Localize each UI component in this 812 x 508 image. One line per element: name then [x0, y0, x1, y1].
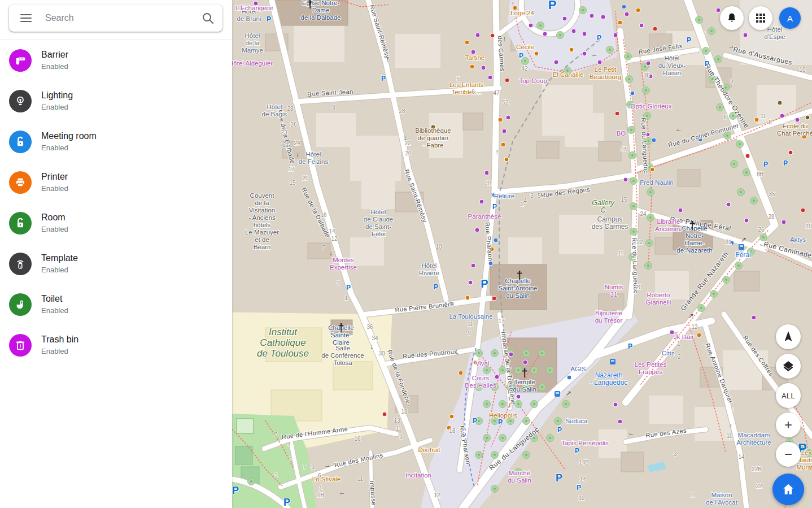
list-item-meeting-room[interactable]: Meeting room Enabled	[0, 121, 232, 162]
map-label: ←	[628, 429, 635, 437]
map-label: P	[577, 484, 581, 492]
map-label: 7	[303, 464, 306, 470]
map-label: ←	[448, 297, 455, 305]
map-label: ↑	[495, 148, 499, 156]
trash-icon	[9, 334, 32, 357]
map-label: 8	[769, 119, 772, 125]
map-label: 42	[521, 66, 528, 72]
avatar[interactable]: A	[779, 7, 801, 29]
map-label: Paranthèse	[468, 213, 501, 220]
map-label: 5	[538, 193, 541, 199]
list-item-trash-bin[interactable]: Trash bin Enabled	[0, 325, 232, 366]
list-item-template[interactable]: Template Enabled	[0, 244, 232, 284]
map-label: 6	[318, 472, 321, 479]
app-window: Types	[0, 0, 812, 508]
map-label: P	[548, 0, 557, 12]
item-label: Printer	[41, 171, 68, 183]
notifications-button[interactable]	[720, 6, 744, 30]
map-canvas[interactable]: Rue de la DalbadeRue de la DalbadeRue de…	[232, 0, 812, 508]
list-item-toilet[interactable]: Toilet Enabled	[0, 284, 232, 325]
map-label: 26	[758, 227, 765, 233]
map-label: 12	[578, 495, 585, 501]
item-label: Barrier	[41, 49, 68, 60]
layers-button[interactable]	[776, 354, 801, 379]
map-label: 36	[366, 324, 373, 330]
map-label: 10	[805, 223, 812, 229]
map-label: ↓	[403, 134, 407, 142]
list-item-lighting[interactable]: Lighting Enabled	[0, 81, 232, 121]
list-item-room[interactable]: Room Enabled	[0, 203, 232, 244]
map-label: 9	[399, 434, 403, 440]
map-label: 15	[621, 197, 627, 203]
all-layers-button[interactable]: ALL	[776, 383, 801, 408]
map-label: 13	[394, 418, 400, 424]
compass-arrow-icon	[781, 329, 796, 344]
map-label: 22	[756, 483, 762, 489]
search-bar[interactable]	[9, 5, 222, 32]
map-label: ↗	[688, 312, 694, 320]
item-status: Enabled	[41, 143, 97, 153]
map-label: El Canaille	[553, 71, 584, 78]
compass-button[interactable]	[776, 324, 801, 349]
map-label: AGIS	[570, 366, 586, 372]
zoom-in-button[interactable]: +	[776, 413, 801, 437]
map-label: †	[516, 269, 522, 281]
menu-icon[interactable]	[20, 14, 32, 22]
map-label: 3	[337, 280, 340, 286]
map-label: ↑	[729, 422, 732, 430]
map-label: †	[338, 322, 344, 334]
home-button[interactable]	[772, 474, 804, 505]
map-label: 35	[769, 191, 775, 197]
map-label: 11	[396, 425, 402, 432]
search-input[interactable]	[44, 12, 201, 24]
map-label: ←	[591, 50, 598, 58]
map-label: 11	[761, 113, 767, 119]
map-label: 6	[723, 114, 727, 120]
map-label: 47	[493, 90, 500, 96]
item-status: Enabled	[41, 265, 78, 275]
map-label: 21	[282, 142, 289, 148]
map-label: 10	[726, 433, 733, 439]
sidebar: Types	[0, 0, 232, 508]
apps-grid-button[interactable]	[749, 6, 772, 30]
map-label: 4	[523, 198, 527, 204]
map-label: P	[473, 417, 477, 425]
item-status: Enabled	[41, 306, 68, 316]
map-label: Bijouteriedu Trésor	[595, 310, 623, 324]
types-list: Barrier Enabled Lighting Enabled Mee	[0, 40, 232, 366]
map-label: →	[453, 349, 460, 357]
barrier-icon	[9, 49, 32, 72]
search-icon[interactable]	[201, 11, 215, 25]
zoom-out-button[interactable]: −	[776, 442, 801, 467]
map-label: 9	[311, 464, 315, 470]
minus-icon: −	[784, 448, 792, 461]
map-label: 31	[486, 180, 492, 186]
map-label: 3	[274, 472, 278, 479]
map-label: →	[324, 461, 331, 469]
map-label: ←	[339, 488, 346, 496]
map-label: Heliopolis	[489, 412, 517, 419]
map-label: 1	[677, 341, 680, 347]
map-label: 4	[287, 441, 291, 448]
map-label: 28	[287, 106, 294, 112]
list-item-printer[interactable]: Printer Enabled	[0, 162, 232, 203]
map-label: 8B	[757, 171, 764, 177]
list-item-barrier[interactable]: Barrier Enabled	[0, 40, 232, 81]
map-label: ↗	[566, 389, 571, 397]
map-svg[interactable]: Rue de la DalbadeRue de la DalbadeRue de…	[232, 0, 812, 508]
map-label: 14B	[579, 459, 589, 466]
map-label: Tartine	[465, 54, 485, 61]
map-label: 9	[730, 78, 734, 84]
item-label: Trash bin	[41, 334, 78, 345]
map-label: 23	[281, 129, 287, 136]
lock-open-icon	[9, 212, 32, 235]
map-label: 18	[449, 428, 456, 434]
map-label: 7	[274, 432, 277, 438]
map-label: Les PetitesFrappes	[635, 361, 667, 375]
map-label: ↑	[503, 35, 506, 43]
map-label: 17	[288, 166, 295, 172]
map-label: ←	[675, 125, 682, 133]
map-label: Citiz	[662, 350, 675, 357]
map-label: P	[498, 418, 503, 426]
item-label: Template	[41, 253, 78, 264]
